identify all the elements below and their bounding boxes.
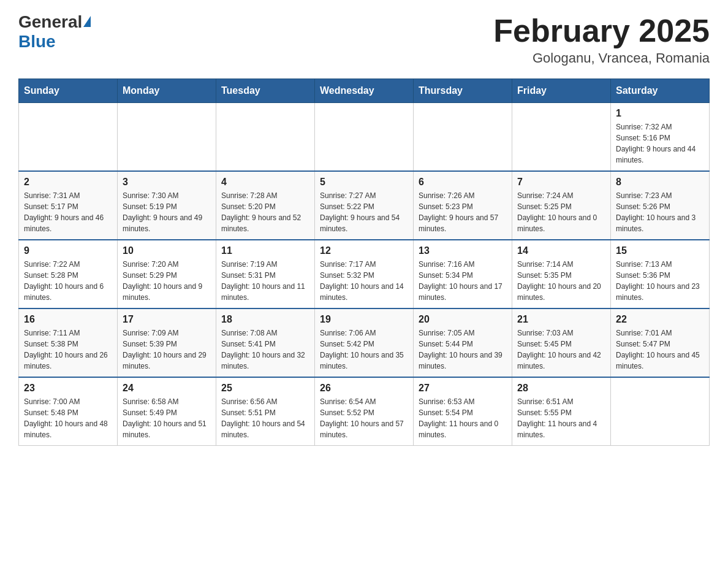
day-info: Sunrise: 7:26 AM Sunset: 5:23 PM Dayligh… bbox=[419, 190, 507, 234]
day-number: 1 bbox=[616, 108, 704, 119]
calendar-cell: 20Sunrise: 7:05 AM Sunset: 5:44 PM Dayli… bbox=[414, 308, 512, 377]
calendar-cell bbox=[19, 103, 118, 172]
day-info: Sunrise: 7:14 AM Sunset: 5:35 PM Dayligh… bbox=[517, 259, 605, 303]
day-info: Sunrise: 7:13 AM Sunset: 5:36 PM Dayligh… bbox=[616, 259, 704, 303]
day-info: Sunrise: 7:27 AM Sunset: 5:22 PM Dayligh… bbox=[320, 190, 408, 234]
day-number: 2 bbox=[24, 177, 112, 188]
day-info: Sunrise: 7:08 AM Sunset: 5:41 PM Dayligh… bbox=[221, 327, 309, 372]
calendar-cell bbox=[315, 103, 414, 172]
month-title: February 2025 bbox=[493, 12, 710, 49]
calendar-table: SundayMondayTuesdayWednesdayThursdayFrid… bbox=[18, 79, 710, 446]
day-info: Sunrise: 6:54 AM Sunset: 5:52 PM Dayligh… bbox=[320, 396, 408, 440]
day-header-monday: Monday bbox=[118, 79, 216, 103]
day-info: Sunrise: 7:22 AM Sunset: 5:28 PM Dayligh… bbox=[24, 259, 112, 303]
calendar-header-row: SundayMondayTuesdayWednesdayThursdayFrid… bbox=[19, 79, 710, 103]
logo: General Blue bbox=[18, 12, 91, 52]
day-info: Sunrise: 7:05 AM Sunset: 5:44 PM Dayligh… bbox=[419, 327, 507, 372]
day-number: 15 bbox=[616, 245, 704, 256]
day-header-friday: Friday bbox=[512, 79, 611, 103]
day-header-tuesday: Tuesday bbox=[216, 79, 315, 103]
day-number: 18 bbox=[221, 314, 309, 325]
calendar-cell: 26Sunrise: 6:54 AM Sunset: 5:52 PM Dayli… bbox=[315, 377, 414, 446]
day-number: 6 bbox=[419, 177, 507, 188]
day-info: Sunrise: 7:19 AM Sunset: 5:31 PM Dayligh… bbox=[221, 259, 309, 303]
calendar-week-2: 2Sunrise: 7:31 AM Sunset: 5:17 PM Daylig… bbox=[19, 171, 710, 240]
calendar-cell: 1Sunrise: 7:32 AM Sunset: 5:16 PM Daylig… bbox=[611, 103, 710, 172]
day-info: Sunrise: 7:28 AM Sunset: 5:20 PM Dayligh… bbox=[221, 190, 309, 234]
day-number: 12 bbox=[320, 245, 408, 256]
day-info: Sunrise: 7:00 AM Sunset: 5:48 PM Dayligh… bbox=[24, 396, 112, 440]
day-number: 19 bbox=[320, 314, 408, 325]
calendar-cell: 19Sunrise: 7:06 AM Sunset: 5:42 PM Dayli… bbox=[315, 308, 414, 377]
calendar-cell: 11Sunrise: 7:19 AM Sunset: 5:31 PM Dayli… bbox=[216, 240, 315, 308]
day-number: 22 bbox=[616, 314, 704, 325]
calendar-cell bbox=[216, 103, 315, 172]
day-info: Sunrise: 7:01 AM Sunset: 5:47 PM Dayligh… bbox=[616, 327, 704, 372]
day-info: Sunrise: 7:06 AM Sunset: 5:42 PM Dayligh… bbox=[320, 327, 408, 372]
day-number: 26 bbox=[320, 383, 408, 394]
location-text: Gologanu, Vrancea, Romania bbox=[493, 50, 710, 66]
day-number: 10 bbox=[123, 245, 211, 256]
calendar-cell: 9Sunrise: 7:22 AM Sunset: 5:28 PM Daylig… bbox=[19, 240, 118, 308]
day-info: Sunrise: 7:11 AM Sunset: 5:38 PM Dayligh… bbox=[24, 327, 112, 372]
day-info: Sunrise: 6:53 AM Sunset: 5:54 PM Dayligh… bbox=[419, 396, 507, 440]
day-info: Sunrise: 7:31 AM Sunset: 5:17 PM Dayligh… bbox=[24, 190, 112, 234]
day-info: Sunrise: 6:58 AM Sunset: 5:49 PM Dayligh… bbox=[123, 396, 211, 440]
calendar-cell: 28Sunrise: 6:51 AM Sunset: 5:55 PM Dayli… bbox=[512, 377, 611, 446]
day-number: 23 bbox=[24, 383, 112, 394]
title-block: February 2025 Gologanu, Vrancea, Romania bbox=[493, 12, 710, 66]
day-header-saturday: Saturday bbox=[611, 79, 710, 103]
day-info: Sunrise: 7:32 AM Sunset: 5:16 PM Dayligh… bbox=[616, 121, 704, 166]
day-number: 13 bbox=[419, 245, 507, 256]
calendar-cell bbox=[611, 377, 710, 446]
day-info: Sunrise: 7:24 AM Sunset: 5:25 PM Dayligh… bbox=[517, 190, 605, 234]
calendar-cell: 16Sunrise: 7:11 AM Sunset: 5:38 PM Dayli… bbox=[19, 308, 118, 377]
day-number: 3 bbox=[123, 177, 211, 188]
day-info: Sunrise: 7:09 AM Sunset: 5:39 PM Dayligh… bbox=[123, 327, 211, 372]
day-number: 24 bbox=[123, 383, 211, 394]
calendar-cell: 15Sunrise: 7:13 AM Sunset: 5:36 PM Dayli… bbox=[611, 240, 710, 308]
calendar-cell: 10Sunrise: 7:20 AM Sunset: 5:29 PM Dayli… bbox=[118, 240, 216, 308]
day-number: 21 bbox=[517, 314, 605, 325]
logo-blue-text: Blue bbox=[18, 32, 56, 52]
calendar-cell: 14Sunrise: 7:14 AM Sunset: 5:35 PM Dayli… bbox=[512, 240, 611, 308]
calendar-cell: 5Sunrise: 7:27 AM Sunset: 5:22 PM Daylig… bbox=[315, 171, 414, 240]
day-number: 5 bbox=[320, 177, 408, 188]
day-number: 11 bbox=[221, 245, 309, 256]
day-info: Sunrise: 7:03 AM Sunset: 5:45 PM Dayligh… bbox=[517, 327, 605, 372]
calendar-cell bbox=[118, 103, 216, 172]
day-info: Sunrise: 7:17 AM Sunset: 5:32 PM Dayligh… bbox=[320, 259, 408, 303]
day-number: 4 bbox=[221, 177, 309, 188]
day-header-wednesday: Wednesday bbox=[315, 79, 414, 103]
day-number: 20 bbox=[419, 314, 507, 325]
calendar-cell: 4Sunrise: 7:28 AM Sunset: 5:20 PM Daylig… bbox=[216, 171, 315, 240]
day-number: 14 bbox=[517, 245, 605, 256]
calendar-cell: 3Sunrise: 7:30 AM Sunset: 5:19 PM Daylig… bbox=[118, 171, 216, 240]
day-info: Sunrise: 7:30 AM Sunset: 5:19 PM Dayligh… bbox=[123, 190, 211, 234]
day-header-sunday: Sunday bbox=[19, 79, 118, 103]
calendar-cell bbox=[414, 103, 512, 172]
logo-general-word: General bbox=[18, 12, 82, 32]
calendar-cell: 18Sunrise: 7:08 AM Sunset: 5:41 PM Dayli… bbox=[216, 308, 315, 377]
calendar-cell: 6Sunrise: 7:26 AM Sunset: 5:23 PM Daylig… bbox=[414, 171, 512, 240]
calendar-cell: 8Sunrise: 7:23 AM Sunset: 5:26 PM Daylig… bbox=[611, 171, 710, 240]
day-info: Sunrise: 7:20 AM Sunset: 5:29 PM Dayligh… bbox=[123, 259, 211, 303]
calendar-cell: 23Sunrise: 7:00 AM Sunset: 5:48 PM Dayli… bbox=[19, 377, 118, 446]
calendar-cell: 27Sunrise: 6:53 AM Sunset: 5:54 PM Dayli… bbox=[414, 377, 512, 446]
calendar-week-3: 9Sunrise: 7:22 AM Sunset: 5:28 PM Daylig… bbox=[19, 240, 710, 308]
day-number: 8 bbox=[616, 177, 704, 188]
logo-general-text: General bbox=[18, 12, 91, 32]
day-info: Sunrise: 6:51 AM Sunset: 5:55 PM Dayligh… bbox=[517, 396, 605, 440]
calendar-cell: 21Sunrise: 7:03 AM Sunset: 5:45 PM Dayli… bbox=[512, 308, 611, 377]
day-number: 17 bbox=[123, 314, 211, 325]
calendar-cell bbox=[512, 103, 611, 172]
day-number: 27 bbox=[419, 383, 507, 394]
calendar-cell: 12Sunrise: 7:17 AM Sunset: 5:32 PM Dayli… bbox=[315, 240, 414, 308]
day-info: Sunrise: 7:16 AM Sunset: 5:34 PM Dayligh… bbox=[419, 259, 507, 303]
calendar-week-4: 16Sunrise: 7:11 AM Sunset: 5:38 PM Dayli… bbox=[19, 308, 710, 377]
calendar-cell: 7Sunrise: 7:24 AM Sunset: 5:25 PM Daylig… bbox=[512, 171, 611, 240]
day-number: 9 bbox=[24, 245, 112, 256]
day-info: Sunrise: 6:56 AM Sunset: 5:51 PM Dayligh… bbox=[221, 396, 309, 440]
calendar-week-1: 1Sunrise: 7:32 AM Sunset: 5:16 PM Daylig… bbox=[19, 103, 710, 172]
day-number: 28 bbox=[517, 383, 605, 394]
